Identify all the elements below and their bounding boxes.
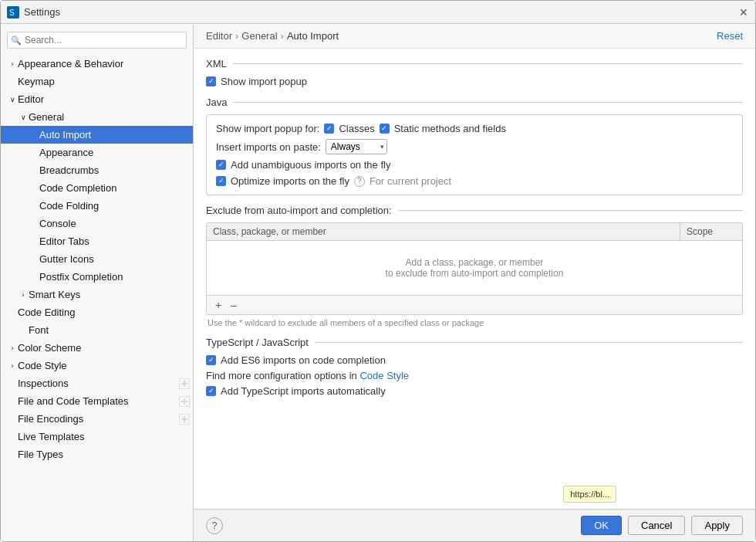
add-es6-checkbox[interactable] <box>206 355 216 365</box>
sidebar-item-appearance[interactable]: Appearance <box>1 144 193 161</box>
add-unambiguous-row: Add unambiguous imports on the fly <box>216 159 733 171</box>
expand-arrow <box>29 130 39 141</box>
breadcrumb-current: Auto Import <box>287 30 339 42</box>
add-typescript-checkbox[interactable] <box>206 386 216 396</box>
expand-arrow <box>7 307 18 318</box>
tooltip-overlay: https://bl... <box>563 486 616 503</box>
expand-arrow: › <box>7 343 18 354</box>
panel-header: Editor › General › Auto Import Reset <box>194 24 755 49</box>
add-typescript-label: Add TypeScript imports automatically <box>221 385 386 397</box>
show-import-popup-label: Show import popup <box>221 76 307 87</box>
exclude-hint: Use the * wildcard to exclude all member… <box>206 318 743 327</box>
sidebar-item-appearance-behavior[interactable]: › Appearance & Behavior <box>1 55 193 73</box>
breadcrumb-editor[interactable]: Editor <box>206 30 232 42</box>
sidebar-item-label: Appearance & Behavior <box>18 58 123 69</box>
sidebar-item-label: Auto Import <box>39 129 91 141</box>
expand-arrow <box>29 272 39 283</box>
show-import-popup-for-label: Show import popup for: <box>216 123 319 134</box>
expand-arrow <box>29 183 39 194</box>
breadcrumb-general[interactable]: General <box>241 30 277 42</box>
sidebar-item-auto-import[interactable]: Auto Import <box>1 126 193 144</box>
expand-arrow <box>29 254 39 265</box>
sidebar-item-code-editing[interactable]: Code Editing <box>1 303 193 321</box>
sidebar-item-keymap[interactable]: Keymap <box>1 73 193 90</box>
sidebar-item-label: Breadcrumbs <box>39 164 99 176</box>
sidebar-item-label: Smart Keys <box>29 289 80 300</box>
exclude-col-scope: Scope <box>680 223 742 240</box>
optimize-imports-checkbox[interactable] <box>216 176 226 186</box>
sidebar-item-file-code-templates[interactable]: File and Code Templates <box>1 392 193 410</box>
sidebar-item-file-encodings[interactable]: File Encodings <box>1 410 193 428</box>
sidebar-item-live-templates[interactable]: Live Templates <box>1 428 193 445</box>
sidebar-item-file-types[interactable]: File Types <box>1 445 193 463</box>
expand-arrow <box>29 236 39 247</box>
breadcrumb-sep2: › <box>281 30 284 42</box>
sidebar-item-inspections[interactable]: Inspections <box>1 374 193 392</box>
expand-arrow <box>7 414 18 425</box>
sidebar-item-general[interactable]: ∨ General <box>1 108 193 126</box>
classes-checkbox[interactable] <box>324 124 334 134</box>
sidebar-item-editor[interactable]: ∨ Editor <box>1 90 193 108</box>
sidebar-item-code-completion[interactable]: Code Completion <box>1 179 193 197</box>
sidebar-item-label: Code Completion <box>39 182 116 194</box>
add-unambiguous-checkbox[interactable] <box>216 160 226 170</box>
sidebar-item-gutter-icons[interactable]: Gutter Icons <box>1 250 193 268</box>
sidebar-item-postfix-completion[interactable]: Postfix Completion <box>1 268 193 286</box>
sidebar-item-editor-tabs[interactable]: Editor Tabs <box>1 232 193 250</box>
show-import-popup-for-row: Show import popup for: Classes Static me… <box>216 123 733 134</box>
ok-button[interactable]: OK <box>581 516 622 535</box>
window-title: Settings <box>24 6 738 18</box>
sidebar-item-smart-keys[interactable]: › Smart Keys <box>1 286 193 303</box>
app-icon: S <box>7 6 19 19</box>
sidebar-item-color-scheme[interactable]: › Color Scheme <box>1 339 193 357</box>
settings-badge-icon <box>179 396 190 407</box>
help-icon[interactable]: ? <box>354 176 365 187</box>
sidebar-item-label: Console <box>39 218 76 229</box>
add-exclude-button[interactable]: + <box>211 298 225 312</box>
find-more-row: Find more configuration options in Code … <box>206 370 743 381</box>
sidebar-item-label: Keymap <box>18 76 55 87</box>
cancel-button[interactable]: Cancel <box>628 516 685 535</box>
code-style-link[interactable]: Code Style <box>359 370 409 381</box>
sidebar-item-code-folding[interactable]: Code Folding <box>1 197 193 215</box>
help-button[interactable]: ? <box>206 517 223 534</box>
sidebar: 🔍 › Appearance & Behavior Keymap ∨ <box>1 24 194 541</box>
close-button[interactable]: ✕ <box>738 7 749 18</box>
static-methods-label: Static methods and fields <box>394 123 506 134</box>
settings-window: S Settings ✕ 🔍 › Appearance & Behavior K… <box>0 0 756 542</box>
remove-exclude-button[interactable]: – <box>227 298 241 312</box>
svg-text:S: S <box>9 8 15 17</box>
search-input[interactable] <box>7 32 187 49</box>
expand-arrow <box>29 201 39 212</box>
static-methods-checkbox[interactable] <box>380 124 390 134</box>
sidebar-item-code-style[interactable]: › Code Style <box>1 357 193 374</box>
expand-arrow <box>7 449 18 460</box>
main-content: 🔍 › Appearance & Behavior Keymap ∨ <box>1 24 755 541</box>
sidebar-item-font[interactable]: Font <box>1 321 193 339</box>
sidebar-item-label: Code Style <box>18 360 67 371</box>
settings-badge-icon <box>179 378 190 389</box>
right-panel: Editor › General › Auto Import Reset XML… <box>194 24 755 541</box>
insert-imports-select-wrap: Always Ask Never ▾ <box>326 139 387 154</box>
exclude-table: Class, package, or member Scope Add a cl… <box>206 222 743 315</box>
search-icon: 🔍 <box>11 36 22 46</box>
sidebar-item-label: Color Scheme <box>18 342 81 354</box>
sidebar-item-console[interactable]: Console <box>1 215 193 232</box>
expand-arrow <box>29 165 39 176</box>
expand-arrow <box>7 396 18 407</box>
sidebar-item-label: File Encodings <box>18 413 83 425</box>
expand-arrow <box>7 432 18 442</box>
add-es6-label: Add ES6 imports on code completion <box>221 354 386 366</box>
sidebar-item-breadcrumbs[interactable]: Breadcrumbs <box>1 161 193 179</box>
exclude-section-title: Exclude from auto-import and completion: <box>206 205 743 216</box>
expand-arrow <box>29 218 39 229</box>
reset-button[interactable]: Reset <box>717 30 743 42</box>
insert-imports-select[interactable]: Always Ask Never <box>326 139 387 154</box>
expand-arrow <box>7 378 18 389</box>
sidebar-item-label: Code Folding <box>39 200 99 212</box>
optimize-imports-row: Optimize imports on the fly ? For curren… <box>216 175 733 187</box>
search-box: 🔍 <box>7 32 187 49</box>
show-import-popup-checkbox[interactable] <box>206 76 216 86</box>
apply-button[interactable]: Apply <box>691 516 743 535</box>
ts-section-title: TypeScript / JavaScript <box>206 337 743 348</box>
